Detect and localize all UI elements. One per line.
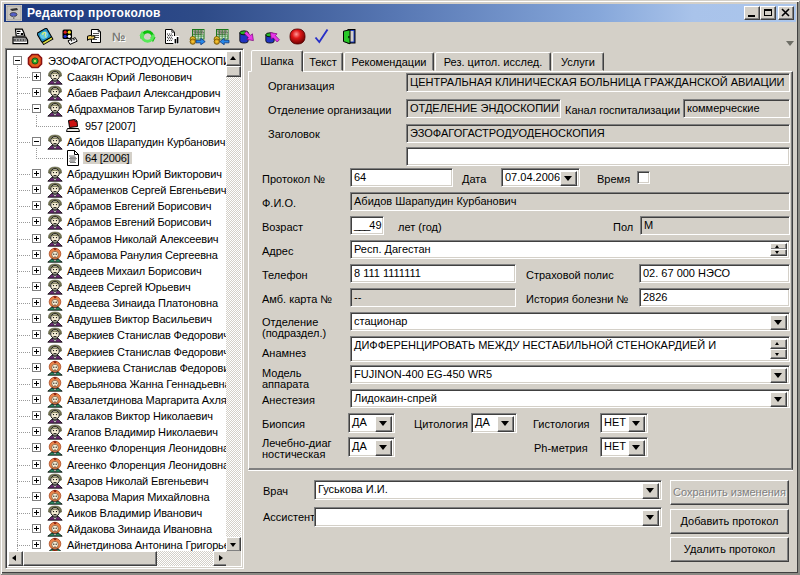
svg-text:№: № xyxy=(112,30,125,44)
